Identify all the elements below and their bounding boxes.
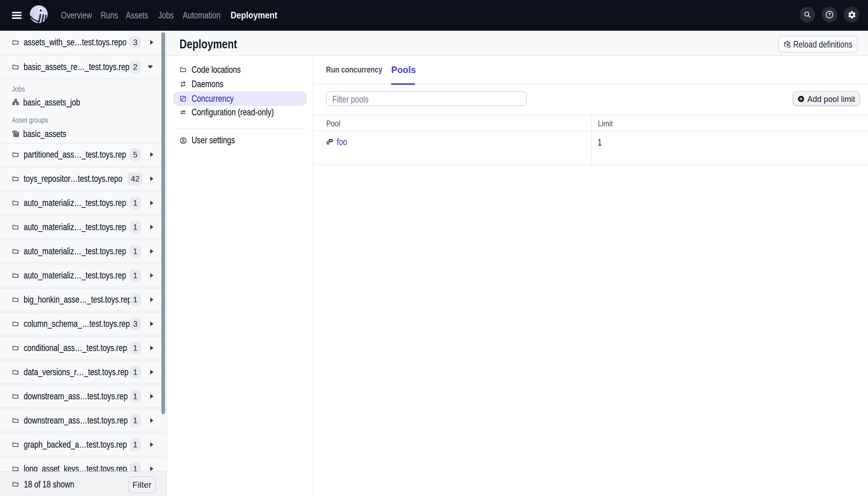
svg-text:?: ?: [828, 12, 831, 17]
